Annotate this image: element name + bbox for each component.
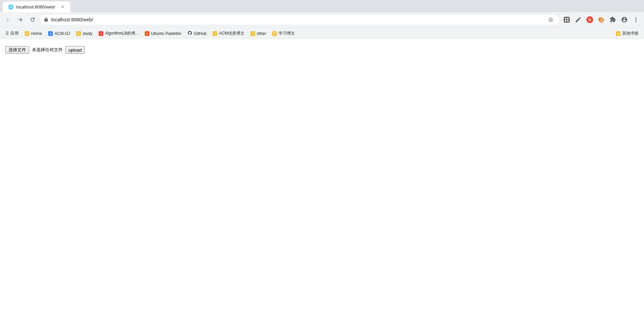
extension-btn-4[interactable]: 🎨	[596, 14, 607, 25]
github-icon	[187, 31, 192, 36]
extension-btn-2[interactable]	[573, 14, 584, 25]
toolbar-icons: G 🎨	[561, 14, 641, 25]
acmoj-favicon: A	[48, 31, 53, 36]
svg-rect-2	[567, 18, 569, 19]
bookmark-other[interactable]: o other	[248, 29, 269, 38]
back-button[interactable]	[3, 14, 14, 25]
acmyou-label: ACM优质博文	[219, 31, 244, 36]
bookmark-home[interactable]: H Home	[22, 29, 45, 38]
bookmark-acmyou[interactable]: A ACM优质博文	[210, 29, 247, 38]
bookmark-other-bookmarks[interactable]: 📁 其他书签	[613, 29, 641, 38]
address-input[interactable]	[51, 17, 543, 22]
ubuntu-favicon: U	[145, 31, 149, 36]
acmyou-favicon: A	[213, 31, 217, 36]
svg-rect-1	[565, 18, 566, 19]
algo-label: AlgorithmLB的博...	[105, 31, 139, 36]
algo-favicon: A	[99, 31, 103, 36]
svg-rect-4	[567, 20, 569, 22]
profile-button[interactable]	[619, 14, 630, 25]
bookmark-study[interactable]: S study	[74, 29, 95, 38]
study-favicon: S	[76, 31, 81, 36]
forward-button[interactable]	[15, 14, 26, 25]
address-bar[interactable]	[39, 14, 560, 25]
reload-button[interactable]	[27, 14, 38, 25]
extensions-button[interactable]	[607, 14, 618, 25]
bookmarks-bar: ⠿ 应用 H Home A ACM-OJ S study A Algorithm…	[0, 27, 644, 39]
ubuntu-label: Ubuntu Pastebin	[151, 31, 181, 36]
tab-favicon: 🌐	[8, 4, 14, 9]
home-favicon: H	[25, 31, 29, 36]
navigation-bar: G 🎨	[0, 12, 644, 27]
other-favicon: o	[250, 31, 255, 36]
extension-btn-3[interactable]: G	[584, 14, 595, 25]
xuexi-label: 学习博文	[279, 31, 295, 36]
file-name-display: 未选择任何文件	[32, 47, 63, 53]
tab-title: localhost:8080/web/	[16, 4, 55, 9]
tab-close-button[interactable]: ✕	[60, 4, 65, 9]
other-label: other	[257, 31, 266, 36]
bookmark-algorithmLB[interactable]: A AlgorithmLB的博...	[96, 29, 141, 38]
file-choose-button[interactable]: 选择文件	[5, 46, 29, 54]
apps-grid-icon: ⠿	[5, 31, 9, 36]
active-tab[interactable]: 🌐 localhost:8080/web/ ✕	[3, 1, 71, 12]
lock-icon	[44, 17, 48, 23]
more-options-button[interactable]	[630, 14, 641, 25]
bookmark-xuexi[interactable]: 学 学习博文	[269, 29, 298, 38]
bookmark-ubuntu[interactable]: U Ubuntu Pastebin	[142, 29, 184, 38]
tab-bar: 🌐 localhost:8080/web/ ✕	[0, 0, 644, 12]
upload-button[interactable]: upload	[65, 46, 85, 54]
svg-rect-3	[565, 20, 566, 22]
bookmarks-apps[interactable]: ⠿ 应用	[3, 29, 21, 38]
bookmark-star-button[interactable]	[546, 15, 556, 24]
github-label: GitHub	[194, 31, 206, 36]
bookmark-acmoj[interactable]: A ACM-OJ	[45, 29, 73, 38]
apps-label: 应用	[11, 31, 19, 36]
home-label: Home	[31, 31, 42, 36]
extension-btn-1[interactable]	[561, 14, 572, 25]
page-content: 选择文件 未选择任何文件 upload	[0, 39, 644, 333]
xuexi-favicon: 学	[272, 31, 277, 36]
browser-chrome: 🌐 localhost:8080/web/ ✕	[0, 0, 644, 39]
acmoj-label: ACM-OJ	[55, 31, 70, 36]
svg-rect-0	[564, 17, 570, 23]
other-bookmarks-favicon: 📁	[616, 31, 621, 36]
other-bookmarks-label: 其他书签	[622, 31, 639, 36]
bookmark-github[interactable]: GitHub	[185, 29, 209, 38]
study-label: study	[83, 31, 93, 36]
file-upload-area: 选择文件 未选择任何文件 upload	[5, 46, 639, 54]
